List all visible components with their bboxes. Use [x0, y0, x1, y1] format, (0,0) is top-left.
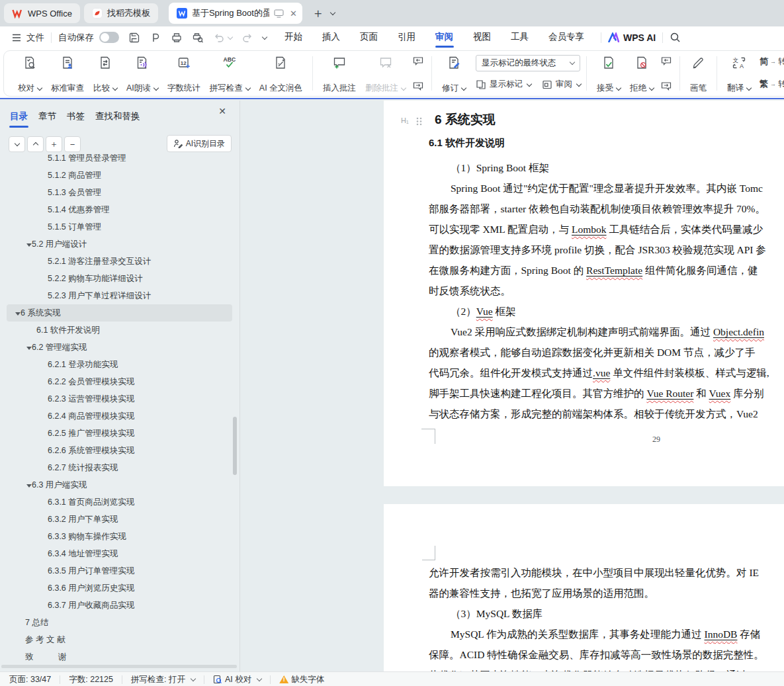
- toc-item[interactable]: 6.3.4 地址管理实现: [0, 545, 240, 562]
- sidebar-scrollbar-thumb[interactable]: [233, 417, 237, 475]
- accept-change-button[interactable]: 接受: [592, 54, 625, 96]
- toc-item[interactable]: 6.2.5 推广管理模块实现: [0, 425, 240, 442]
- new-tab-button[interactable]: ＋: [312, 5, 324, 22]
- toc-item[interactable]: 5.1.3 会员管理: [0, 184, 240, 201]
- missing-font-warning[interactable]: 缺失字体: [279, 674, 324, 685]
- toc-item[interactable]: 6.2.4 商品管理模块实现: [0, 407, 240, 425]
- sidebar-horizontal-scrollbar[interactable]: [1, 665, 237, 668]
- toc-item[interactable]: 5.1.1 管理员登录管理: [0, 150, 240, 167]
- tab-list-dropdown-icon[interactable]: [330, 10, 335, 15]
- toc-item[interactable]: 5.2.3 用户下单过程详细设计: [0, 287, 240, 304]
- delete-comment-button[interactable]: 删除批注: [361, 54, 410, 96]
- toc-item[interactable]: 6.3.5 用户订单管理实现: [0, 562, 240, 579]
- wps-ai-button[interactable]: WPS AI: [608, 32, 656, 43]
- menu-tab-0[interactable]: 开始: [275, 26, 312, 48]
- hamburger-menu-icon[interactable]: [12, 34, 21, 42]
- toc-item[interactable]: 6.2 管理端实现: [0, 339, 240, 356]
- print-icon[interactable]: [171, 32, 183, 44]
- toc-item[interactable]: 致 谢: [0, 648, 240, 665]
- undo-icon[interactable]: [213, 32, 225, 44]
- menu-tab-3[interactable]: 引用: [388, 26, 425, 48]
- undo-dropdown-icon[interactable]: [228, 34, 233, 39]
- reject-change-button[interactable]: 拒绝: [625, 54, 658, 96]
- toc-item[interactable]: 6.3 用户端实现: [0, 476, 240, 493]
- toc-item[interactable]: 5.1.4 优惠券管理: [0, 201, 240, 218]
- toc-item[interactable]: 6.3.2 用户下单实现: [0, 511, 240, 528]
- ai-polish-button[interactable]: AI 全文润色: [255, 54, 307, 96]
- ai-proofread-status[interactable]: AI 校对: [213, 674, 261, 685]
- word-count-button[interactable]: 12 字数统计: [163, 54, 205, 96]
- markup-state-dropdown[interactable]: 显示标记的最终状态: [476, 55, 580, 71]
- sidebar-tab-0[interactable]: 目录: [9, 107, 28, 129]
- menu-tab-2[interactable]: 页面: [350, 26, 388, 48]
- previous-change-icon[interactable]: [660, 56, 672, 66]
- document-page-1[interactable]: H₁ 6 系统实现6.1 软件开发说明（1）Spring Boot 框架Spri…: [384, 101, 784, 486]
- ink-brush-button[interactable]: 画笔: [685, 54, 711, 96]
- menu-tab-5[interactable]: 视图: [463, 26, 501, 48]
- sidebar-tab-2[interactable]: 书签: [66, 107, 85, 129]
- standard-review-button[interactable]: 标准审查: [46, 54, 89, 96]
- insert-comment-button[interactable]: 插入批注: [318, 54, 361, 96]
- redo-icon[interactable]: [241, 32, 253, 44]
- compare-button[interactable]: 比较: [89, 54, 122, 96]
- toc-item[interactable]: 6.2.7 统计报表实现: [0, 459, 240, 476]
- word-count-indicator[interactable]: 字数: 22125: [69, 674, 113, 685]
- collapse-arrow-icon[interactable]: [26, 347, 32, 350]
- close-pane-icon[interactable]: ✕: [218, 106, 226, 116]
- proofread-button[interactable]: 校对: [13, 54, 46, 96]
- next-change-icon[interactable]: [660, 81, 672, 91]
- sidebar-tab-1[interactable]: 章节: [38, 107, 57, 129]
- spell-check-status[interactable]: 拼写检查: 打开: [131, 674, 195, 685]
- page-indicator[interactable]: 页面: 33/47: [9, 674, 51, 685]
- collapse-arrow-icon[interactable]: [26, 243, 32, 247]
- track-changes-button[interactable]: 修订: [437, 54, 470, 96]
- file-menu[interactable]: 文件: [26, 32, 44, 44]
- menu-tab-6[interactable]: 工具: [501, 26, 539, 48]
- toc-item[interactable]: 5.2.1 游客注册登录交互设计: [0, 253, 240, 270]
- sidebar-tab-3[interactable]: 查找和替换: [95, 107, 141, 129]
- toc-item[interactable]: 6 系统实现: [0, 304, 240, 322]
- toc-item[interactable]: 6.3.6 用户浏览历史实现: [0, 579, 240, 597]
- toc-item[interactable]: 5.2 用户端设计: [0, 236, 240, 253]
- toc-item[interactable]: 7 总结: [0, 614, 240, 631]
- review-pane-button[interactable]: 审阅: [542, 79, 581, 90]
- document-page-2[interactable]: 允许开发者按需引入功能模块，在中小型项目中展现出轻量化优势。对 IE器的兼容性支…: [384, 504, 784, 671]
- next-comment-icon[interactable]: [412, 81, 424, 91]
- toc-item[interactable]: 6.2.6 系统管理模块实现: [0, 442, 240, 459]
- toc-item[interactable]: 5.1.2 商品管理: [0, 167, 240, 184]
- toc-item[interactable]: 参 考 文 献: [0, 631, 240, 648]
- save-icon[interactable]: [128, 32, 140, 44]
- to-simplified-button[interactable]: 繁 → 转简: [760, 78, 784, 90]
- collapse-arrow-icon[interactable]: [26, 484, 32, 488]
- collapse-arrow-icon[interactable]: [15, 312, 21, 316]
- export-pdf-icon[interactable]: [150, 32, 161, 44]
- toc-item[interactable]: 6.2.1 登录功能实现: [0, 356, 240, 373]
- document-tab[interactable]: 基于Spring Boot的蛋糕甜品 ✕: [169, 3, 302, 24]
- drag-handle-icon[interactable]: [416, 117, 422, 126]
- toc-item[interactable]: 6.1 软件开发说明: [0, 322, 240, 339]
- toc-item[interactable]: 5.2.2 购物车功能详细设计: [0, 270, 240, 287]
- close-document-icon[interactable]: ✕: [290, 9, 297, 19]
- template-store-tab[interactable]: 找稻壳模板: [84, 3, 158, 23]
- spell-check-button[interactable]: ABC 拼写检查: [205, 54, 255, 96]
- toc-item[interactable]: 6.3.1 首页商品浏览实现: [0, 493, 240, 511]
- toolbar-more-dropdown-icon[interactable]: [262, 34, 267, 39]
- toc-item[interactable]: 6.3.7 用户收藏商品实现: [0, 597, 240, 614]
- menu-tab-1[interactable]: 插入: [312, 26, 350, 48]
- previous-comment-icon[interactable]: [412, 56, 424, 66]
- to-traditional-button[interactable]: 简 → 转繁: [760, 56, 784, 67]
- autosave-toggle[interactable]: [99, 32, 119, 43]
- translate-button[interactable]: 文A 翻译: [722, 54, 756, 96]
- menu-tab-4[interactable]: 审阅: [425, 26, 463, 48]
- print-preview-icon[interactable]: [192, 32, 204, 44]
- toc-item[interactable]: 5.1.5 订单管理: [0, 218, 240, 236]
- ai-read-aloud-button[interactable]: AI朗读: [122, 54, 163, 96]
- show-markup-button[interactable]: 显示标记: [476, 79, 531, 90]
- toc-item[interactable]: 6.2.2 会员管理模块实现: [0, 373, 240, 390]
- wps-home-tab[interactable]: WPS Office: [4, 3, 80, 23]
- menu-tab-7[interactable]: 会员专享: [539, 26, 594, 48]
- document-canvas[interactable]: H₁ 6 系统实现6.1 软件开发说明（1）Spring Boot 框架Spri…: [240, 101, 784, 671]
- toc-item[interactable]: 6.2.3 运营管理模块实现: [0, 390, 240, 407]
- search-icon[interactable]: [670, 32, 681, 43]
- toc-item[interactable]: 6.3.3 购物车操作实现: [0, 528, 240, 545]
